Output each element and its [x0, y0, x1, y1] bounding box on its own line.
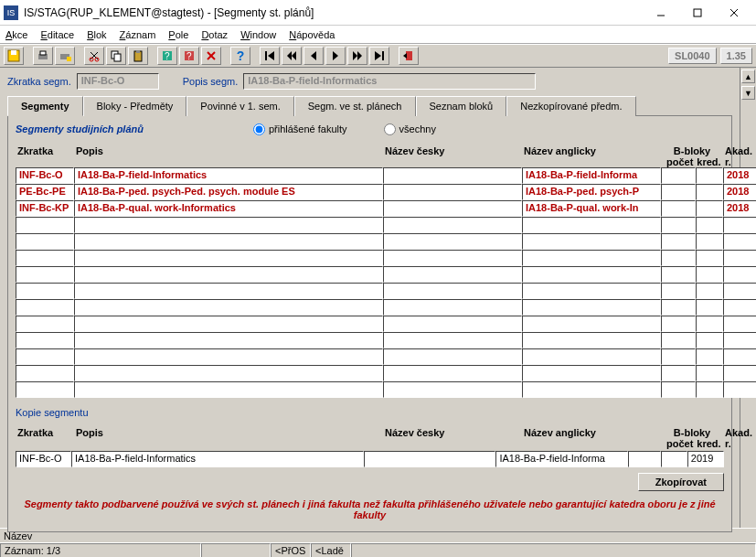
table-row[interactable] [16, 266, 756, 283]
cell-nazev-c[interactable] [383, 283, 522, 299]
cell-nazev-a[interactable]: IA18-Ba-P-qual. work-In [522, 200, 661, 217]
cut-icon[interactable] [84, 47, 104, 65]
cell-zkratka[interactable] [16, 233, 74, 250]
cell-popis[interactable] [74, 348, 383, 365]
cell-nazev-a[interactable] [522, 250, 661, 266]
menu-napoveda[interactable]: Nápověda [289, 29, 335, 40]
kopie-popis[interactable]: IA18-Ba-P-field-Informatics [71, 451, 364, 467]
cell-popis[interactable]: IA18-Ba-P-qual. work-Informatics [74, 200, 383, 217]
cell-popis[interactable] [74, 250, 383, 266]
cell-popis[interactable] [74, 217, 383, 233]
next-record-icon[interactable] [325, 47, 346, 65]
cell-akad[interactable] [723, 332, 756, 348]
table-row[interactable] [16, 250, 756, 266]
cell-akad[interactable] [723, 316, 756, 332]
last-record-icon[interactable] [369, 47, 389, 65]
cell-zkratka[interactable] [16, 348, 74, 365]
table-row[interactable] [16, 332, 756, 348]
cell-zkratka[interactable]: INF-Bc-KP [16, 200, 74, 217]
cell-nazev-c[interactable] [383, 184, 522, 200]
tab-nezkopirovane[interactable]: Nezkopírované předm. [506, 96, 635, 116]
first-record-icon[interactable] [260, 47, 280, 65]
prev-record-icon[interactable] [303, 47, 324, 65]
cell-bb-pocet[interactable] [661, 233, 696, 250]
cell-zkratka[interactable] [16, 266, 74, 283]
cell-bb-kred[interactable] [696, 283, 723, 299]
cell-nazev-c[interactable] [383, 200, 522, 217]
menu-blok[interactable]: Blok [87, 29, 106, 40]
cell-bb-kred[interactable] [696, 381, 723, 398]
cell-zkratka[interactable] [16, 217, 74, 233]
table-row[interactable] [16, 217, 756, 233]
cell-akad[interactable] [723, 283, 756, 299]
cell-bb-pocet[interactable] [661, 381, 696, 398]
radio-prihlasene[interactable]: přihlášené fakulty [253, 123, 347, 135]
cell-bb-kred[interactable] [696, 217, 723, 233]
table-row[interactable] [16, 283, 756, 299]
search-red-icon[interactable]: ? [179, 47, 199, 65]
cell-bb-kred[interactable] [696, 200, 723, 217]
cell-zkratka[interactable] [16, 381, 74, 398]
table-row[interactable] [16, 233, 756, 250]
cell-zkratka[interactable] [16, 283, 74, 299]
cell-popis[interactable] [74, 316, 383, 332]
table-row[interactable] [16, 381, 756, 398]
cell-nazev-a[interactable] [522, 332, 661, 348]
cell-akad[interactable]: 2018 [723, 184, 756, 200]
cell-nazev-c[interactable] [383, 233, 522, 250]
cell-bb-kred[interactable] [696, 299, 723, 316]
tab-bloky-predmety[interactable]: Bloky - Předměty [83, 96, 187, 116]
paste-icon[interactable] [128, 47, 148, 65]
kopie-zkratka[interactable]: INF-Bc-O [16, 451, 71, 467]
cell-nazev-a[interactable] [522, 316, 661, 332]
cell-bb-pocet[interactable] [661, 283, 696, 299]
search-green-icon[interactable]: ? [157, 47, 177, 65]
menu-akce[interactable]: Akce [5, 29, 27, 40]
cell-nazev-a[interactable] [522, 348, 661, 365]
radio-vsechny[interactable]: všechny [384, 123, 436, 135]
close-button[interactable] [716, 3, 752, 23]
cell-bb-pocet[interactable] [661, 266, 696, 283]
menu-pole[interactable]: Pole [168, 29, 188, 40]
cell-zkratka[interactable] [16, 250, 74, 266]
cell-akad[interactable] [723, 365, 756, 381]
cell-nazev-a[interactable] [522, 233, 661, 250]
cell-nazev-c[interactable] [383, 217, 522, 233]
cell-bb-kred[interactable] [696, 250, 723, 266]
menu-editace[interactable]: Editace [40, 29, 74, 40]
tab-seznam-bloku[interactable]: Seznam bloků [416, 96, 507, 116]
table-row[interactable] [16, 299, 756, 316]
cell-popis[interactable] [74, 266, 383, 283]
cell-bb-pocet[interactable] [661, 200, 696, 217]
cell-akad[interactable] [723, 381, 756, 398]
cell-nazev-c[interactable] [383, 250, 522, 266]
cell-nazev-a[interactable] [522, 299, 661, 316]
exit-icon[interactable] [399, 47, 419, 65]
cell-bb-pocet[interactable] [661, 250, 696, 266]
cell-nazev-c[interactable] [383, 381, 522, 398]
cell-popis[interactable] [74, 299, 383, 316]
cell-zkratka[interactable]: INF-Bc-O [16, 167, 74, 184]
cell-akad[interactable] [723, 299, 756, 316]
cell-bb-pocet[interactable] [661, 332, 696, 348]
next-page-icon[interactable] [347, 47, 367, 65]
cell-nazev-a[interactable] [522, 266, 661, 283]
table-row[interactable] [16, 365, 756, 381]
kopie-bb-kred[interactable] [661, 451, 687, 467]
cell-nazev-c[interactable] [383, 316, 522, 332]
prev-page-icon[interactable] [282, 47, 302, 65]
cell-nazev-a[interactable] [522, 217, 661, 233]
cell-zkratka[interactable]: PE-Bc-PE [16, 184, 74, 200]
cell-popis[interactable] [74, 332, 383, 348]
cell-nazev-c[interactable] [383, 332, 522, 348]
scroll-down-icon[interactable]: ▼ [741, 86, 755, 100]
menu-window[interactable]: Window [240, 29, 276, 40]
cell-zkratka[interactable] [16, 332, 74, 348]
cell-bb-kred[interactable] [696, 316, 723, 332]
cell-nazev-a[interactable] [522, 381, 661, 398]
cell-bb-kred[interactable] [696, 266, 723, 283]
help-icon[interactable]: ? [230, 47, 250, 65]
cell-akad[interactable] [723, 233, 756, 250]
cell-bb-pocet[interactable] [661, 299, 696, 316]
cell-popis[interactable] [74, 283, 383, 299]
